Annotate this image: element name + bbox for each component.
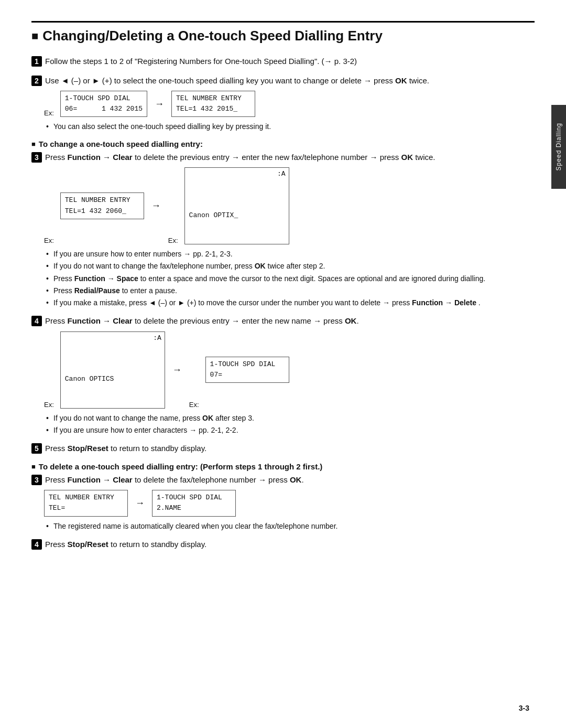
- step-3a-num: 3: [31, 152, 42, 163]
- step-2-row: 2 Use ◄ (–) or ► (+) to select the one-t…: [31, 75, 535, 87]
- step-4-screen-2: 1-TOUCH SPD DIAL 07=: [205, 357, 289, 383]
- step-5-num: 5: [31, 443, 42, 454]
- step-1-row: 1 Follow the steps 1 to 2 of "Registerin…: [31, 56, 535, 68]
- step-3a-screen-1: TEL NUMBER ENTRY TEL=1 432 2060_: [60, 192, 144, 219]
- step-4-block: 4 Press Function → Clear to delete the p…: [31, 315, 535, 435]
- page-number: 3-3: [519, 704, 529, 712]
- step-3b-screen-1: TEL NUMBER ENTRY TEL=: [44, 490, 128, 516]
- step-3a-ex1-label: Ex:: [44, 237, 54, 244]
- step-3a-bullet-3: Press Function → Space to enter a space …: [46, 273, 535, 284]
- step-5-row: 5 Press Stop/Reset to return to standby …: [31, 443, 535, 455]
- step-3a-row: 3 Press Function → Clear to delete the p…: [31, 152, 535, 164]
- change-heading: To change a one-touch speed dialling ent…: [31, 140, 535, 148]
- step-1-num: 1: [31, 56, 42, 67]
- step-4-screen-1: :A Canon OPTICS: [60, 331, 165, 409]
- step-4b-num: 4: [31, 539, 42, 550]
- step-4b-block: 4 Press Stop/Reset to return to standby …: [31, 539, 535, 551]
- sidebar-label: Speed Dialling: [555, 123, 562, 170]
- step-2-arrow: →: [155, 99, 164, 110]
- step-3b-block: 3 Press Function → Clear to delete the f…: [31, 474, 535, 531]
- step-2-bullets: You can also select the one-touch speed …: [46, 121, 535, 132]
- step-3b-screen-2: 1-TOUCH SPD DIAL 2.NAME: [152, 490, 236, 516]
- delete-heading: To delete a one-touch speed dialling ent…: [31, 462, 535, 471]
- step-3b-screens: TEL NUMBER ENTRY TEL= → 1-TOUCH SPD DIAL…: [44, 490, 535, 516]
- step-4-ex1-label: Ex:: [44, 401, 54, 409]
- sidebar-tab: Speed Dialling: [551, 105, 566, 189]
- step-2-screen-1: 1-TOUCH SPD DIAL 06= 1 432 2015: [60, 91, 147, 117]
- step-1-block: 1 Follow the steps 1 to 2 of "Registerin…: [31, 56, 535, 68]
- step-2-screen-2: TEL NUMBER ENTRY TEL=1 432 2015_: [171, 91, 255, 117]
- step-5-text: Press Stop/Reset to return to standby di…: [45, 443, 535, 455]
- step-3a-text: Press Function → Clear to delete the pre…: [45, 152, 535, 164]
- page-title: Changing/Deleting a One-touch Speed Dial…: [31, 21, 535, 44]
- step-3b-num: 3: [31, 475, 42, 485]
- step-4b-text: Press Stop/Reset to return to standby di…: [45, 539, 535, 551]
- step-3a-bullet-1: If you are unsure how to enter numbers →…: [46, 249, 535, 259]
- step-3a-screens: Ex: TEL NUMBER ENTRY TEL=1 432 2060_ → E…: [44, 167, 535, 244]
- step-4-bullets: If you do not want to change the name, p…: [46, 413, 535, 436]
- step-4-text: Press Function → Clear to delete the pre…: [45, 315, 535, 327]
- step-4-bullet-2: If you are unsure how to enter character…: [46, 425, 535, 435]
- step-2-block: 2 Use ◄ (–) or ► (+) to select the one-t…: [31, 75, 535, 132]
- step-3b-row: 3 Press Function → Clear to delete the f…: [31, 474, 535, 486]
- step-5-block: 5 Press Stop/Reset to return to standby …: [31, 443, 535, 455]
- step-4-num: 4: [31, 316, 42, 326]
- step-2-ex-label: Ex:: [44, 109, 54, 117]
- step-3a-bullet-2: If you do not want to change the fax/tel…: [46, 261, 535, 271]
- step-3a-block: 3 Press Function → Clear to delete the p…: [31, 152, 535, 308]
- step-3a-bullet-4: Press Redial/Pause to enter a pause.: [46, 285, 535, 296]
- step-2-num: 2: [31, 76, 42, 86]
- step-4-row: 4 Press Function → Clear to delete the p…: [31, 315, 535, 327]
- step-4b-row: 4 Press Stop/Reset to return to standby …: [31, 539, 535, 551]
- step-3a-bullet-5: If you make a mistake, press ◄ (–) or ► …: [46, 297, 535, 308]
- step-3a-ex2-label: Ex:: [168, 237, 178, 244]
- step-2-text: Use ◄ (–) or ► (+) to select the one-tou…: [45, 75, 535, 87]
- step-1-text: Follow the steps 1 to 2 of "Registering …: [45, 56, 535, 68]
- step-3b-bullet-1: The registered name is automatically cle…: [46, 521, 535, 531]
- step-4-arrow: →: [172, 365, 182, 376]
- step-4-bullet-1: If you do not want to change the name, p…: [46, 413, 535, 423]
- step-4-ex2-label: Ex:: [189, 401, 199, 409]
- step-2-bullet-1: You can also select the one-touch speed …: [46, 121, 535, 132]
- step-3b-bullets: The registered name is automatically cle…: [46, 521, 535, 531]
- step-3a-screen-2: :A Canon OPTIX_: [184, 167, 289, 244]
- step-3a-arrow: →: [151, 200, 161, 211]
- step-2-screens: Ex: 1-TOUCH SPD DIAL 06= 1 432 2015 → TE…: [44, 91, 535, 117]
- step-3b-text: Press Function → Clear to delete the fax…: [45, 474, 535, 486]
- step-3a-bullets: If you are unsure how to enter numbers →…: [46, 249, 535, 308]
- step-4-screens: Ex: :A Canon OPTICS → Ex: 1-TOUCH SPD DI…: [44, 331, 535, 409]
- step-3b-arrow: →: [135, 498, 145, 509]
